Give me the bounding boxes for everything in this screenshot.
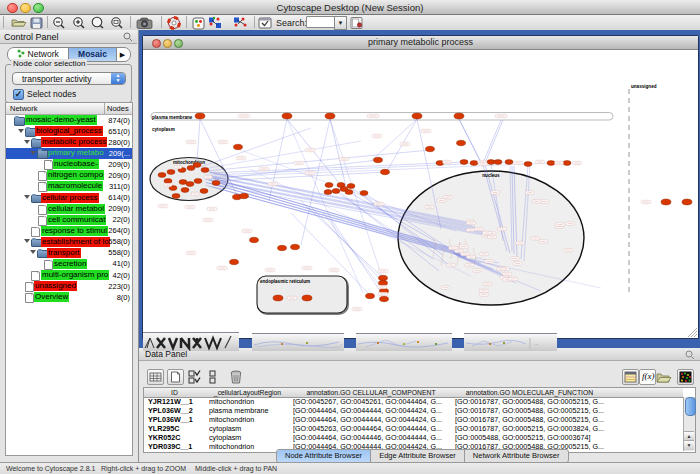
svg-text:nucleus: nucleus	[482, 173, 500, 178]
svg-text:unassigned: unassigned	[631, 84, 657, 89]
svg-text:plasma membrane: plasma membrane	[152, 114, 193, 119]
svg-text:...: ...	[534, 340, 538, 346]
svg-text:endoplasmic reticulum: endoplasmic reticulum	[260, 279, 310, 284]
svg-text:cytoplasm: cytoplasm	[152, 127, 175, 132]
